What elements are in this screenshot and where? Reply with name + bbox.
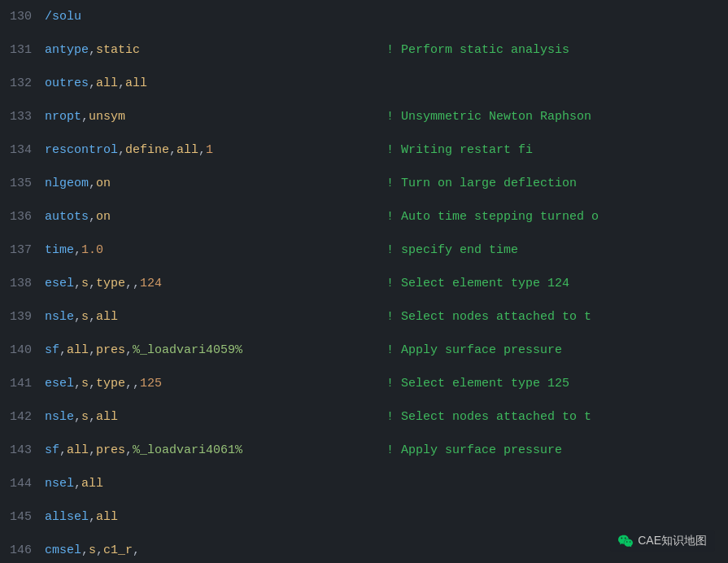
code-comment: ! Unsymmetric Newton Raphson xyxy=(386,100,728,133)
code-comment: ! Select nodes attached to t xyxy=(386,300,728,334)
line-number: 140 xyxy=(0,334,45,367)
line-number: 132 xyxy=(0,67,45,100)
code-comment: ! Select element type 124 xyxy=(386,267,728,300)
line-content: nsel,all xyxy=(45,467,728,500)
line-content: time,1.0! specify end time xyxy=(45,233,728,267)
code-comment: ! Apply surface pressure xyxy=(386,434,728,467)
line-number: 142 xyxy=(0,400,45,434)
line-number: 141 xyxy=(0,367,45,400)
line-content: allsel,all xyxy=(45,500,728,534)
code-comment: ! Select nodes attached to t xyxy=(386,400,728,434)
line-number: 130 xyxy=(0,0,45,33)
line-content: rescontrol,define,all,1 ! Writing restar… xyxy=(45,133,728,167)
code-comment xyxy=(386,500,728,534)
line-content: sf,all,pres,%_loadvari4059% ! Apply surf… xyxy=(45,334,728,367)
table-row: 137time,1.0! specify end time xyxy=(0,233,728,267)
code-comment: ! Auto time stepping turned o xyxy=(386,200,728,233)
code-comment: ! Perform static analysis xyxy=(386,33,728,67)
code-command: /solu xyxy=(45,0,386,33)
table-row: 142nsle,s,all! Select nodes attached to … xyxy=(0,400,728,434)
watermark: CAE知识地图 xyxy=(610,530,715,552)
line-content: esel,s,type,,124 ! Select element type 1… xyxy=(45,267,728,300)
line-content: nropt,unsym! Unsymmetric Newton Raphson xyxy=(45,100,728,133)
table-row: 132outres,all,all xyxy=(0,67,728,100)
line-number: 138 xyxy=(0,267,45,300)
table-row: 143sf,all,pres,%_loadvari4061% ! Apply s… xyxy=(0,434,728,467)
code-command: autots,on xyxy=(45,200,386,233)
line-content: antype,static! Perform static analysis xyxy=(45,33,728,67)
line-number: 136 xyxy=(0,200,45,233)
table-row: 133nropt,unsym! Unsymmetric Newton Raphs… xyxy=(0,100,728,133)
line-number: 139 xyxy=(0,300,45,334)
line-number: 144 xyxy=(0,467,45,500)
line-content: autots,on! Auto time stepping turned o xyxy=(45,200,728,233)
code-comment: ! Apply surface pressure xyxy=(386,334,728,367)
wechat-icon xyxy=(618,534,633,548)
table-row: 134rescontrol,define,all,1 ! Writing res… xyxy=(0,133,728,167)
table-row: 135nlgeom,on! Turn on large deflection xyxy=(0,167,728,200)
table-row: 144nsel,all xyxy=(0,467,728,500)
table-row: 145allsel,all xyxy=(0,500,728,534)
table-row: 138esel,s,type,,124 ! Select element typ… xyxy=(0,267,728,300)
code-lines-container: 130/solu131antype,static! Perform static… xyxy=(0,0,728,563)
code-comment: ! specify end time xyxy=(386,233,728,267)
line-number: 145 xyxy=(0,500,45,534)
code-command: nsel,all xyxy=(45,467,386,500)
code-comment xyxy=(386,67,728,100)
code-comment xyxy=(386,467,728,500)
line-number: 134 xyxy=(0,133,45,167)
line-number: 131 xyxy=(0,33,45,67)
line-number: 143 xyxy=(0,434,45,467)
code-command: cmsel,s,c1_r, xyxy=(45,534,386,563)
code-command: nsle,s,all xyxy=(45,300,386,334)
line-number: 135 xyxy=(0,167,45,200)
line-content: esel,s,type,,125 ! Select element type 1… xyxy=(45,367,728,400)
code-command: nropt,unsym xyxy=(45,100,386,133)
code-editor: 130/solu131antype,static! Perform static… xyxy=(0,0,728,563)
line-content: /solu xyxy=(45,0,728,33)
code-command: sf,all,pres,%_loadvari4061% xyxy=(45,434,386,467)
code-command: rescontrol,define,all,1 xyxy=(45,133,386,167)
line-content: outres,all,all xyxy=(45,67,728,100)
line-content: nlgeom,on! Turn on large deflection xyxy=(45,167,728,200)
table-row: 139nsle,s,all! Select nodes attached to … xyxy=(0,300,728,334)
line-content: sf,all,pres,%_loadvari4061% ! Apply surf… xyxy=(45,434,728,467)
table-row: 141esel,s,type,,125 ! Select element typ… xyxy=(0,367,728,400)
code-command: nlgeom,on xyxy=(45,167,386,200)
code-command: sf,all,pres,%_loadvari4059% xyxy=(45,334,386,367)
code-comment: ! Select element type 125 xyxy=(386,367,728,400)
table-row: 136autots,on! Auto time stepping turned … xyxy=(0,200,728,233)
line-content: nsle,s,all! Select nodes attached to t xyxy=(45,300,728,334)
table-row: 140sf,all,pres,%_loadvari4059% ! Apply s… xyxy=(0,334,728,367)
line-content: nsle,s,all! Select nodes attached to t xyxy=(45,400,728,434)
code-command: antype,static xyxy=(45,33,386,67)
watermark-text: CAE知识地图 xyxy=(638,534,707,548)
line-number: 137 xyxy=(0,233,45,267)
code-command: allsel,all xyxy=(45,500,386,534)
line-number: 133 xyxy=(0,100,45,133)
code-command: esel,s,type,,125 xyxy=(45,367,386,400)
code-command: outres,all,all xyxy=(45,67,386,100)
table-row: 131antype,static! Perform static analysi… xyxy=(0,33,728,67)
code-comment xyxy=(386,0,728,33)
code-comment: ! Turn on large deflection xyxy=(386,167,728,200)
table-row: 130/solu xyxy=(0,0,728,33)
code-comment: ! Writing restart fi xyxy=(386,133,728,167)
code-command: time,1.0 xyxy=(45,233,386,267)
code-command: esel,s,type,,124 xyxy=(45,267,386,300)
code-command: nsle,s,all xyxy=(45,400,386,434)
line-number: 146 xyxy=(0,534,45,563)
